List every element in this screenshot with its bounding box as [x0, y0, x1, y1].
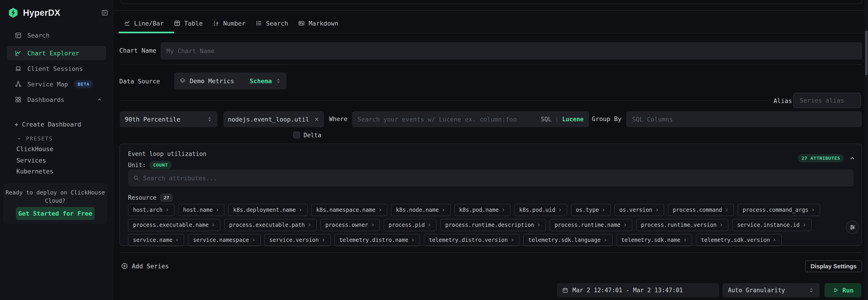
sidebar-collapse-icon[interactable] — [101, 9, 108, 17]
chart-preview-container-edge — [121, 0, 862, 4]
laptop-icon — [14, 65, 22, 72]
delta-checkbox[interactable] — [293, 132, 300, 138]
group-by-input[interactable] — [626, 111, 862, 127]
chevron-right-icon — [683, 238, 687, 242]
granularity-select[interactable]: Auto Granularity — [722, 283, 820, 297]
active-tab-indicator — [119, 32, 174, 33]
metric-details-panel: Event loop utilization Unit: COUNT 27 AT… — [119, 144, 862, 246]
attribute-chip[interactable]: os.version — [614, 204, 664, 216]
chevron-right-icon — [655, 208, 659, 212]
chevron-right-icon — [251, 238, 256, 242]
tab-markdown[interactable]: Markdown — [293, 15, 343, 31]
unit-value-badge: COUNT — [149, 161, 172, 169]
row-divider — [119, 64, 862, 65]
collapse-panel-icon[interactable] — [849, 155, 856, 162]
preset-services[interactable]: Services — [17, 157, 46, 164]
sidebar-item-dashboards[interactable]: Dashboards — [7, 92, 106, 107]
get-started-button[interactable]: Get Started for Free — [16, 207, 94, 220]
chevron-right-icon — [601, 208, 606, 212]
display-settings-button[interactable]: Display Settings — [805, 260, 862, 272]
attribute-chip[interactable]: service.version — [265, 234, 331, 246]
attribute-chip[interactable]: process.command_args — [738, 204, 820, 216]
create-dashboard-button[interactable]: + Create Dashboard — [14, 121, 81, 128]
where-label: Where — [329, 115, 347, 122]
select-chevrons-icon — [276, 78, 281, 84]
attribute-chip[interactable]: process.executable.path — [224, 219, 316, 231]
time-range-value: Mar 2 12:47:01 - Mar 2 13:47:01 — [572, 287, 683, 294]
alias-label: Alias — [774, 97, 792, 104]
tab-number[interactable]: 123 Number — [208, 15, 250, 31]
chevron-right-icon — [427, 223, 432, 227]
attribute-chip[interactable]: telemetry.sdk.language — [523, 234, 613, 246]
data-source-select[interactable]: Demo Metrics Schema — [174, 73, 286, 89]
sidebar-item-chart-explorer[interactable]: Chart Explorer — [7, 46, 106, 60]
vertical-scrollbar-track[interactable] — [865, 0, 868, 300]
attribute-chip[interactable]: telemetry.sdk.name — [616, 234, 692, 246]
tab-search[interactable]: Search — [250, 15, 293, 31]
attribute-chip[interactable]: process.owner — [320, 219, 380, 231]
table-icon — [174, 20, 181, 27]
query-language-toggle[interactable]: SQL | Lucene — [541, 116, 584, 122]
attribute-chip[interactable]: k8s.pod.name — [454, 204, 510, 216]
where-search-input[interactable] — [358, 116, 537, 123]
attribute-chip[interactable]: telemetry.distro.name — [334, 234, 420, 246]
time-range-picker[interactable]: Mar 2 12:47:01 - Mar 2 13:47:01 — [557, 283, 719, 297]
tabs-bottom-border — [113, 33, 868, 33]
attribute-chip[interactable]: k8s.namespace.name — [311, 204, 387, 216]
attribute-chip[interactable]: service.instance.id — [732, 219, 811, 231]
tab-line-bar[interactable]: Line/Bar — [119, 15, 169, 31]
attribute-chip[interactable]: host.name — [178, 204, 224, 216]
series-alias-input[interactable] — [793, 93, 861, 108]
app-title: HyperDX — [23, 8, 60, 18]
chevron-right-icon — [558, 208, 562, 212]
chevron-right-icon — [623, 223, 627, 227]
metric-field-chip[interactable]: nodejs.event_loop.util — [223, 111, 324, 127]
schema-link[interactable]: Schema — [250, 78, 272, 85]
attribute-chip[interactable]: k8s.pod.uid — [514, 204, 567, 216]
select-chevrons-icon — [808, 287, 814, 293]
sidebar-item-label: Service Map — [27, 81, 68, 88]
number-sort-icon: 123 — [213, 20, 219, 27]
attribute-chip[interactable]: process.command — [668, 204, 734, 216]
preset-kubernetes[interactable]: Kubernetes — [17, 168, 54, 175]
chevron-right-icon — [536, 223, 541, 227]
circle-plus-icon — [121, 263, 128, 270]
sidebar-item-client-sessions[interactable]: Client Sessions — [7, 61, 106, 76]
attribute-chip[interactable]: telemetry.sdk.version — [696, 234, 782, 246]
resource-group-header: Resource 27 — [128, 194, 173, 201]
tab-table[interactable]: Table — [169, 15, 208, 31]
chevron-right-icon — [724, 208, 729, 212]
attribute-chip[interactable]: telemetry.distro.version — [424, 234, 520, 246]
attribute-chip[interactable]: process.runtime.description — [440, 219, 546, 231]
attribute-chip[interactable]: os.type — [571, 204, 611, 216]
chart-name-input[interactable] — [160, 42, 862, 59]
attribute-search-input[interactable] — [143, 174, 848, 182]
chart-type-tabs: Line/Bar Table 123 Number Search Markdow… — [119, 15, 343, 31]
attributes-summary: 27 ATTRIBUTES — [798, 154, 856, 162]
attribute-chip[interactable]: process.runtime.version — [636, 219, 728, 231]
attribute-chip[interactable]: process.pid — [384, 219, 437, 231]
sidebar: HyperDX Search Chart Explorer Client Ses… — [0, 0, 113, 300]
chevron-right-icon — [378, 208, 382, 212]
presets-header[interactable]: PRESETS — [17, 136, 53, 142]
sidebar-item-search[interactable]: Search — [7, 28, 106, 43]
attribute-chip[interactable]: service.namespace — [188, 234, 261, 246]
attribute-chip[interactable]: process.executable.name — [128, 219, 220, 231]
preset-clickhouse[interactable]: ClickHouse — [17, 145, 54, 153]
attribute-chip[interactable]: process.runtime.name — [550, 219, 632, 231]
sidebar-item-service-map[interactable]: Service Map BETA — [7, 77, 106, 91]
run-button[interactable]: Run — [825, 283, 861, 297]
aggregation-select[interactable]: 90th Percentile — [120, 111, 217, 127]
resource-count-badge: 27 — [160, 194, 173, 201]
attribute-chip[interactable]: host.arch — [128, 204, 175, 216]
chart-name-label: Chart Name — [119, 47, 156, 54]
add-series-button[interactable]: Add Series — [121, 260, 169, 272]
attribute-chip[interactable]: k8s.deployment.name — [228, 204, 308, 216]
vertical-scrollbar-thumb[interactable] — [865, 31, 868, 75]
attribute-chip[interactable]: service.name — [128, 234, 184, 246]
remove-metric-icon[interactable] — [314, 116, 320, 122]
search-icon — [133, 175, 140, 181]
attribute-chip[interactable]: k8s.node.name — [391, 204, 451, 216]
group-by-label: Group By — [592, 115, 621, 122]
filter-settings-floating-button[interactable] — [846, 221, 859, 234]
